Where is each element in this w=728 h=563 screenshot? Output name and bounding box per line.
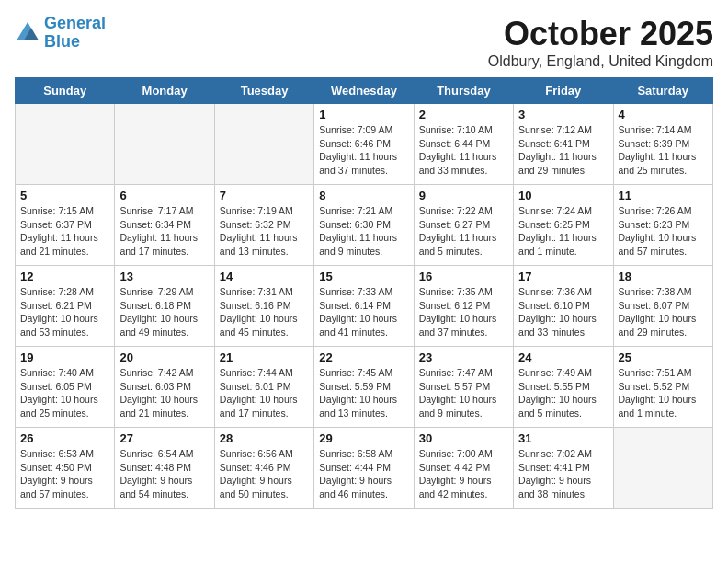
day-number: 9 bbox=[419, 189, 508, 202]
day-info: Sunrise: 7:45 AM Sunset: 5:59 PM Dayligh… bbox=[319, 366, 408, 420]
calendar-cell: 19Sunrise: 7:40 AM Sunset: 6:05 PM Dayli… bbox=[16, 347, 115, 428]
day-number: 17 bbox=[518, 270, 608, 283]
calendar-cell: 28Sunrise: 6:56 AM Sunset: 4:46 PM Dayli… bbox=[214, 428, 313, 509]
calendar-cell: 4Sunrise: 7:14 AM Sunset: 6:39 PM Daylig… bbox=[613, 104, 712, 185]
calendar-cell bbox=[613, 428, 712, 509]
day-info: Sunrise: 7:12 AM Sunset: 6:41 PM Dayligh… bbox=[518, 123, 608, 178]
day-info: Sunrise: 7:19 AM Sunset: 6:32 PM Dayligh… bbox=[220, 204, 309, 259]
day-number: 25 bbox=[619, 350, 708, 364]
day-number: 24 bbox=[518, 350, 608, 364]
day-info: Sunrise: 7:51 AM Sunset: 5:52 PM Dayligh… bbox=[619, 366, 708, 420]
day-info: Sunrise: 7:10 AM Sunset: 6:44 PM Dayligh… bbox=[419, 123, 508, 178]
calendar-cell: 18Sunrise: 7:38 AM Sunset: 6:07 PM Dayli… bbox=[613, 266, 712, 347]
day-info: Sunrise: 7:14 AM Sunset: 6:39 PM Dayligh… bbox=[619, 123, 708, 178]
day-info: Sunrise: 7:29 AM Sunset: 6:18 PM Dayligh… bbox=[119, 285, 209, 339]
day-number: 4 bbox=[619, 108, 708, 121]
calendar-cell: 17Sunrise: 7:36 AM Sunset: 6:10 PM Dayli… bbox=[514, 266, 613, 347]
day-info: Sunrise: 7:35 AM Sunset: 6:12 PM Dayligh… bbox=[419, 285, 508, 339]
day-number: 15 bbox=[319, 270, 408, 283]
calendar-cell: 10Sunrise: 7:24 AM Sunset: 6:25 PM Dayli… bbox=[514, 185, 613, 266]
day-number: 29 bbox=[319, 431, 408, 445]
title-block: October 2025 Oldbury, England, United Ki… bbox=[488, 15, 713, 70]
col-header-saturday: Saturday bbox=[613, 78, 712, 104]
day-info: Sunrise: 6:56 AM Sunset: 4:46 PM Dayligh… bbox=[220, 447, 309, 501]
day-number: 3 bbox=[518, 108, 608, 121]
calendar-cell: 2Sunrise: 7:10 AM Sunset: 6:44 PM Daylig… bbox=[414, 104, 513, 185]
day-number: 12 bbox=[20, 270, 109, 283]
location: Oldbury, England, United Kingdom bbox=[488, 53, 713, 70]
day-number: 14 bbox=[220, 270, 309, 283]
calendar-week-row: 12Sunrise: 7:28 AM Sunset: 6:21 PM Dayli… bbox=[16, 266, 713, 347]
calendar-cell: 31Sunrise: 7:02 AM Sunset: 4:41 PM Dayli… bbox=[514, 428, 613, 509]
day-info: Sunrise: 7:47 AM Sunset: 5:57 PM Dayligh… bbox=[419, 366, 508, 420]
col-header-monday: Monday bbox=[115, 78, 214, 104]
calendar-cell: 22Sunrise: 7:45 AM Sunset: 5:59 PM Dayli… bbox=[314, 347, 414, 428]
day-number: 6 bbox=[119, 189, 209, 202]
calendar-cell: 21Sunrise: 7:44 AM Sunset: 6:01 PM Dayli… bbox=[214, 347, 313, 428]
calendar-cell: 30Sunrise: 7:00 AM Sunset: 4:42 PM Dayli… bbox=[414, 428, 513, 509]
calendar-cell: 16Sunrise: 7:35 AM Sunset: 6:12 PM Dayli… bbox=[414, 266, 513, 347]
calendar-cell: 15Sunrise: 7:33 AM Sunset: 6:14 PM Dayli… bbox=[314, 266, 414, 347]
day-number: 1 bbox=[319, 108, 408, 121]
day-number: 13 bbox=[119, 270, 209, 283]
calendar-cell: 27Sunrise: 6:54 AM Sunset: 4:48 PM Dayli… bbox=[115, 428, 214, 509]
col-header-sunday: Sunday bbox=[16, 78, 115, 104]
logo-line1: General bbox=[44, 14, 106, 32]
day-number: 26 bbox=[20, 431, 109, 445]
day-info: Sunrise: 7:36 AM Sunset: 6:10 PM Dayligh… bbox=[518, 285, 608, 339]
calendar-cell: 26Sunrise: 6:53 AM Sunset: 4:50 PM Dayli… bbox=[16, 428, 115, 509]
day-info: Sunrise: 7:24 AM Sunset: 6:25 PM Dayligh… bbox=[518, 204, 608, 259]
day-number: 21 bbox=[220, 350, 309, 364]
calendar-cell bbox=[16, 104, 115, 185]
calendar-cell: 1Sunrise: 7:09 AM Sunset: 6:46 PM Daylig… bbox=[314, 104, 414, 185]
day-number: 31 bbox=[518, 431, 608, 445]
day-number: 16 bbox=[419, 270, 508, 283]
day-info: Sunrise: 7:17 AM Sunset: 6:34 PM Dayligh… bbox=[119, 204, 209, 259]
logo-text: General Blue bbox=[44, 15, 106, 52]
month-title: October 2025 bbox=[488, 15, 713, 53]
day-number: 7 bbox=[220, 189, 309, 202]
col-header-wednesday: Wednesday bbox=[314, 78, 414, 104]
day-info: Sunrise: 6:54 AM Sunset: 4:48 PM Dayligh… bbox=[119, 447, 209, 501]
col-header-thursday: Thursday bbox=[414, 78, 513, 104]
calendar-cell: 23Sunrise: 7:47 AM Sunset: 5:57 PM Dayli… bbox=[414, 347, 513, 428]
calendar-week-row: 5Sunrise: 7:15 AM Sunset: 6:37 PM Daylig… bbox=[16, 185, 713, 266]
day-info: Sunrise: 6:58 AM Sunset: 4:44 PM Dayligh… bbox=[319, 447, 408, 501]
day-info: Sunrise: 7:31 AM Sunset: 6:16 PM Dayligh… bbox=[220, 285, 309, 339]
calendar-cell: 12Sunrise: 7:28 AM Sunset: 6:21 PM Dayli… bbox=[16, 266, 115, 347]
logo-line2: Blue bbox=[44, 32, 80, 51]
calendar-cell: 9Sunrise: 7:22 AM Sunset: 6:27 PM Daylig… bbox=[414, 185, 513, 266]
day-info: Sunrise: 7:02 AM Sunset: 4:41 PM Dayligh… bbox=[518, 447, 608, 501]
day-info: Sunrise: 7:26 AM Sunset: 6:23 PM Dayligh… bbox=[619, 204, 708, 259]
day-info: Sunrise: 7:44 AM Sunset: 6:01 PM Dayligh… bbox=[220, 366, 309, 420]
day-info: Sunrise: 7:22 AM Sunset: 6:27 PM Dayligh… bbox=[419, 204, 508, 259]
day-number: 19 bbox=[20, 350, 109, 364]
calendar-week-row: 19Sunrise: 7:40 AM Sunset: 6:05 PM Dayli… bbox=[16, 347, 713, 428]
day-number: 10 bbox=[518, 189, 608, 202]
calendar-cell: 7Sunrise: 7:19 AM Sunset: 6:32 PM Daylig… bbox=[214, 185, 313, 266]
day-info: Sunrise: 7:49 AM Sunset: 5:55 PM Dayligh… bbox=[518, 366, 608, 420]
page-header: General Blue October 2025 Oldbury, Engla… bbox=[15, 15, 713, 70]
day-info: Sunrise: 7:38 AM Sunset: 6:07 PM Dayligh… bbox=[619, 285, 708, 339]
col-header-tuesday: Tuesday bbox=[214, 78, 313, 104]
day-info: Sunrise: 7:00 AM Sunset: 4:42 PM Dayligh… bbox=[419, 447, 508, 501]
logo-icon bbox=[15, 20, 40, 46]
day-number: 18 bbox=[619, 270, 708, 283]
day-info: Sunrise: 7:40 AM Sunset: 6:05 PM Dayligh… bbox=[20, 366, 109, 420]
calendar-cell: 8Sunrise: 7:21 AM Sunset: 6:30 PM Daylig… bbox=[314, 185, 414, 266]
day-info: Sunrise: 6:53 AM Sunset: 4:50 PM Dayligh… bbox=[20, 447, 109, 501]
col-header-friday: Friday bbox=[514, 78, 613, 104]
day-info: Sunrise: 7:28 AM Sunset: 6:21 PM Dayligh… bbox=[20, 285, 109, 339]
calendar-cell: 25Sunrise: 7:51 AM Sunset: 5:52 PM Dayli… bbox=[613, 347, 712, 428]
day-number: 30 bbox=[419, 431, 508, 445]
day-info: Sunrise: 7:21 AM Sunset: 6:30 PM Dayligh… bbox=[319, 204, 408, 259]
day-info: Sunrise: 7:15 AM Sunset: 6:37 PM Dayligh… bbox=[20, 204, 109, 259]
logo: General Blue bbox=[15, 15, 106, 52]
day-number: 5 bbox=[20, 189, 109, 202]
day-info: Sunrise: 7:33 AM Sunset: 6:14 PM Dayligh… bbox=[319, 285, 408, 339]
day-number: 23 bbox=[419, 350, 508, 364]
calendar-cell: 24Sunrise: 7:49 AM Sunset: 5:55 PM Dayli… bbox=[514, 347, 613, 428]
calendar-table: SundayMondayTuesdayWednesdayThursdayFrid… bbox=[15, 77, 713, 509]
calendar-cell: 5Sunrise: 7:15 AM Sunset: 6:37 PM Daylig… bbox=[16, 185, 115, 266]
day-number: 11 bbox=[619, 189, 708, 202]
